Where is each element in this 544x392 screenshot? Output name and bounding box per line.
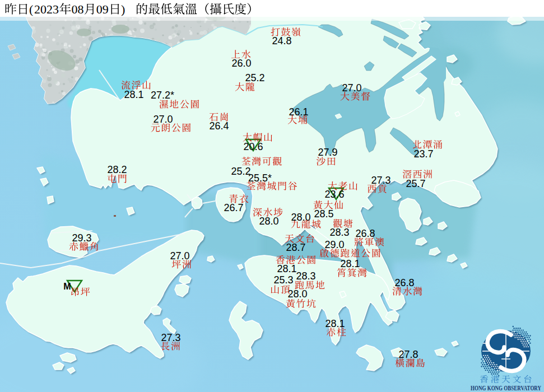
svg-text:27.0: 27.0	[153, 114, 173, 125]
svg-text:29.0: 29.0	[324, 239, 344, 250]
svg-text:27.2*: 27.2*	[151, 90, 174, 101]
svg-text:28.3: 28.3	[296, 270, 315, 282]
svg-text:28.2: 28.2	[107, 164, 127, 175]
svg-text:29.3: 29.3	[72, 232, 91, 244]
svg-text:23.6: 23.6	[324, 189, 344, 200]
svg-text:27.3: 27.3	[161, 332, 180, 343]
svg-text:28.7: 28.7	[286, 242, 305, 253]
svg-text:20.6: 20.6	[243, 141, 263, 152]
svg-text:26.4: 26.4	[209, 120, 229, 132]
svg-text:28.1: 28.1	[325, 318, 345, 329]
svg-text:2023: 2023	[34, 2, 59, 16]
svg-text:26.8: 26.8	[355, 228, 375, 239]
svg-text:(: (	[29, 2, 33, 16]
svg-text:28.5: 28.5	[314, 208, 333, 220]
svg-text:09: 09	[96, 2, 109, 16]
svg-text:27.0: 27.0	[170, 250, 189, 262]
svg-text:28.3: 28.3	[329, 227, 349, 238]
svg-text:27.0: 27.0	[342, 82, 361, 94]
svg-text:25.2: 25.2	[245, 72, 264, 83]
svg-text:28.1: 28.1	[124, 89, 143, 100]
svg-text:27.3: 27.3	[371, 175, 390, 186]
svg-text:28.0: 28.0	[291, 212, 310, 223]
svg-text:26.8: 26.8	[394, 277, 414, 288]
svg-text:): )	[121, 2, 125, 16]
svg-text:25.3: 25.3	[273, 274, 293, 286]
svg-text:HONG KONG OBSERVATORY: HONG KONG OBSERVATORY	[471, 384, 541, 392]
svg-text:26.1: 26.1	[289, 106, 308, 118]
svg-text:28.0: 28.0	[287, 288, 307, 300]
svg-text:27.9: 27.9	[318, 147, 337, 158]
svg-text:08: 08	[72, 2, 84, 16]
svg-text:28.1: 28.1	[277, 263, 296, 274]
svg-text:23.7: 23.7	[413, 148, 433, 160]
svg-text:28.0: 28.0	[259, 216, 278, 227]
svg-text:24.8: 24.8	[272, 35, 291, 46]
svg-text:26.7: 26.7	[224, 202, 243, 213]
svg-text:26.0: 26.0	[231, 58, 251, 69]
svg-text:25.7: 25.7	[406, 178, 425, 189]
svg-text:27.8: 27.8	[398, 349, 418, 360]
svg-text:28.1: 28.1	[340, 258, 360, 269]
svg-text:M: M	[63, 282, 71, 291]
svg-text:25.5*: 25.5*	[248, 172, 272, 184]
